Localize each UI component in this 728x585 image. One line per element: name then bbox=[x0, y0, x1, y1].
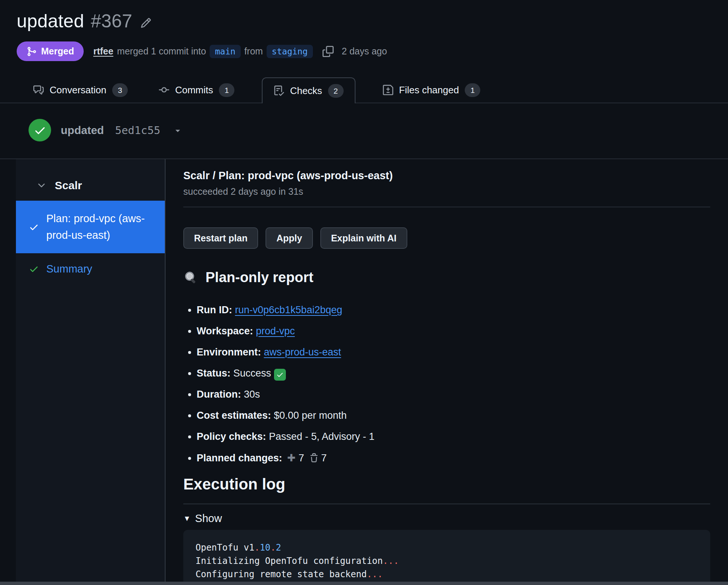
sidebar-gutter bbox=[0, 159, 16, 584]
pr-number: #367 bbox=[91, 10, 132, 32]
tab-commits[interactable]: Commits1 bbox=[155, 77, 238, 103]
check-icon bbox=[29, 264, 39, 274]
report-item-label: Planned changes: bbox=[197, 452, 282, 464]
check-item-label: Summary bbox=[46, 261, 92, 277]
report-item-status: Status: Success bbox=[197, 366, 710, 381]
commit-selector-bar: updated 5ed1c55 bbox=[0, 103, 728, 158]
merged-status-badge: Merged bbox=[17, 41, 84, 61]
report-item-value: Success bbox=[233, 368, 271, 379]
report-item-value: Passed - 5, Advisory - 1 bbox=[269, 431, 374, 442]
execution-log-code-block: OpenTofu v1.10.2Initializing OpenTofu co… bbox=[183, 530, 710, 585]
check-actions: Restart planApplyExplain with AI bbox=[183, 227, 710, 249]
report-item-label: Policy checks: bbox=[197, 431, 266, 442]
tab-count-badge: 1 bbox=[465, 83, 480, 97]
sidebar-check-item-summary[interactable]: Summary bbox=[16, 253, 165, 285]
tab-label: Files changed bbox=[399, 84, 459, 96]
report-item-label: Run ID: bbox=[197, 304, 232, 315]
commit-name: updated bbox=[61, 124, 104, 137]
check-run-subtitle: succeeded 2 days ago in 31s bbox=[183, 186, 710, 197]
report-item-label: Status: bbox=[197, 368, 231, 379]
author-link[interactable]: rtfee bbox=[93, 46, 113, 57]
report-item-label: Duration: bbox=[197, 389, 241, 400]
file-diff-icon bbox=[383, 85, 393, 95]
report-item-duration: Duration: 30s bbox=[197, 387, 710, 402]
report-item-value: $0.00 per month bbox=[274, 410, 347, 421]
deletions-count: 7 bbox=[321, 452, 327, 464]
merged-label: Merged bbox=[41, 46, 74, 57]
from-text: from bbox=[244, 46, 263, 57]
header-divider bbox=[183, 207, 710, 207]
check-item-label: Plan: prod-vpc (aws-prod-us-east) bbox=[46, 210, 156, 244]
log-toggle-label: Show bbox=[195, 512, 222, 525]
explain-with-ai-button[interactable]: Explain with AI bbox=[320, 227, 407, 249]
head-branch-label[interactable]: staging bbox=[267, 45, 313, 58]
report-item-link[interactable]: aws-prod-us-east bbox=[264, 347, 341, 358]
sidebar-group-label: Scalr bbox=[55, 179, 82, 192]
report-item-planned-changes: Planned changes: ✚77 bbox=[197, 450, 710, 466]
check-run-panel: Scalr / Plan: prod-vpc (aws-prod-us-east… bbox=[166, 159, 728, 584]
report-item-workspace: Workspace: prod-vpc bbox=[197, 324, 710, 339]
base-branch-label[interactable]: main bbox=[210, 45, 240, 58]
chevron-down-icon bbox=[36, 180, 47, 191]
checks-sidebar: Scalr Plan: prod-vpc (aws-prod-us-east)S… bbox=[0, 159, 166, 584]
pr-header: updated #367 Merged rtfee merged 1 commi… bbox=[0, 0, 728, 61]
report-list: Run ID: run-v0p6cb1k5bai2bqegWorkspace: … bbox=[197, 302, 710, 466]
report-item-label: Environment: bbox=[197, 347, 261, 358]
additions-count: 7 bbox=[298, 452, 304, 464]
execution-log-heading: Execution log bbox=[183, 475, 710, 504]
log-show-toggle[interactable]: ▼ Show bbox=[183, 512, 710, 525]
tab-conversation[interactable]: Conversation3 bbox=[30, 77, 131, 103]
triangle-down-icon[interactable] bbox=[173, 126, 183, 135]
report-item-value: 30s bbox=[244, 389, 260, 400]
tab-label: Conversation bbox=[50, 84, 106, 96]
report-item-run-id: Run ID: run-v0p6cb1k5bai2bqeg bbox=[197, 302, 710, 318]
restart-plan-button[interactable]: Restart plan bbox=[183, 227, 258, 249]
merge-action-text: merged 1 commit into bbox=[117, 46, 206, 57]
report-item-cost-estimates: Cost estimates: $0.00 per month bbox=[197, 408, 710, 423]
pr-title: updated bbox=[17, 10, 84, 32]
report-item-label: Cost estimates: bbox=[197, 410, 271, 421]
report-item-label: Workspace: bbox=[197, 325, 253, 337]
sidebar-check-item-plan[interactable]: Plan: prod-vpc (aws-prod-us-east) bbox=[16, 201, 165, 253]
merged-time: 2 days ago bbox=[342, 46, 387, 57]
git-commit-icon bbox=[159, 85, 169, 95]
tab-count-badge: 2 bbox=[328, 84, 344, 98]
trash-emoji bbox=[309, 453, 319, 463]
check-circle-icon bbox=[29, 119, 51, 141]
report-item-link[interactable]: prod-vpc bbox=[256, 325, 295, 337]
tab-files-changed[interactable]: Files changed1 bbox=[379, 77, 484, 103]
horizontal-scrollbar[interactable] bbox=[0, 582, 728, 585]
copy-icon[interactable] bbox=[323, 46, 334, 57]
commit-sha: 5ed1c55 bbox=[115, 124, 160, 137]
log-line: Configuring remote state backend... bbox=[196, 568, 699, 581]
tab-label: Checks bbox=[290, 85, 322, 97]
apply-button[interactable]: Apply bbox=[266, 227, 313, 249]
check-run-title: Scalr / Plan: prod-vpc (aws-prod-us-east… bbox=[183, 170, 710, 182]
checklist-icon bbox=[274, 86, 284, 96]
pencil-icon[interactable] bbox=[140, 17, 151, 29]
tab-checks[interactable]: Checks2 bbox=[262, 77, 355, 103]
report-item-policy-checks: Policy checks: Passed - 5, Advisory - 1 bbox=[197, 429, 710, 444]
pr-tab-bar: Conversation3Commits1Checks2Files change… bbox=[0, 77, 728, 103]
sidebar-group-scalr[interactable]: Scalr bbox=[16, 159, 165, 201]
merge-banner: Merged rtfee merged 1 commit into main f… bbox=[17, 41, 728, 61]
execution-log-details: ▼ Show OpenTofu v1.10.2Initializing Open… bbox=[183, 512, 710, 585]
report-item-environment: Environment: aws-prod-us-east bbox=[197, 345, 710, 360]
report-item-link[interactable]: run-v0p6cb1k5bai2bqeg bbox=[235, 304, 343, 315]
git-merge-icon bbox=[26, 46, 37, 57]
comment-discussion-icon bbox=[33, 85, 44, 95]
tab-label: Commits bbox=[175, 84, 213, 96]
tab-count-badge: 1 bbox=[219, 83, 234, 97]
log-line: OpenTofu v1.10.2 bbox=[196, 541, 699, 554]
tab-count-badge: 3 bbox=[112, 83, 128, 97]
success-check-emoji bbox=[274, 369, 286, 381]
log-line: Initializing OpenTofu configuration... bbox=[196, 554, 699, 568]
check-icon bbox=[29, 222, 39, 232]
plus-emoji: ✚ bbox=[287, 452, 296, 464]
magnifier-icon bbox=[183, 270, 199, 285]
report-heading: Plan-only report bbox=[206, 270, 313, 285]
triangle-down-icon: ▼ bbox=[183, 514, 191, 523]
